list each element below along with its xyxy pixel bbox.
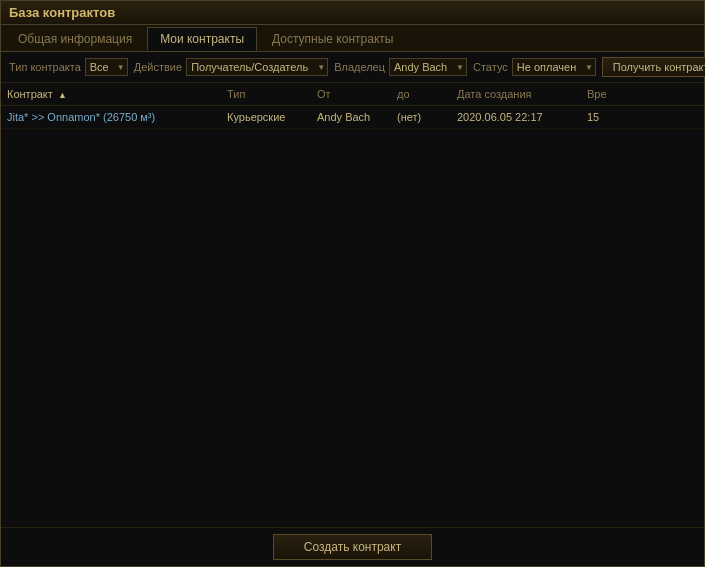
col-header-contract[interactable]: Контракт ▲ xyxy=(1,86,221,102)
tab-my-contracts[interactable]: Мои контракты xyxy=(147,27,257,51)
td-to: (нет) xyxy=(391,108,451,126)
filter-type-group: Тип контракта Все xyxy=(9,58,128,76)
main-window: База контрактов Общая информация Мои кон… xyxy=(0,0,705,567)
filter-owner-group: Владелец Andy Bach xyxy=(334,58,467,76)
sort-arrow-icon: ▲ xyxy=(58,90,67,100)
filter-action-group: Действие Получатель/Создатель xyxy=(134,58,328,76)
create-contract-button[interactable]: Создать контракт xyxy=(273,534,432,560)
get-contracts-button[interactable]: Получить контракты xyxy=(602,57,705,77)
td-from: Andy Bach xyxy=(311,108,391,126)
filters-row: Тип контракта Все Действие Получатель/Со… xyxy=(1,52,704,83)
filter-status-group: Статус Не оплачен xyxy=(473,58,596,76)
col-header-date[interactable]: Дата создания xyxy=(451,86,581,102)
window-title: База контрактов xyxy=(1,1,704,25)
filter-type-wrapper: Все xyxy=(85,58,128,76)
filter-owner-select[interactable]: Andy Bach xyxy=(389,58,467,76)
td-contract: Jita* >> Onnamon* (26750 м³) xyxy=(1,108,221,126)
filter-action-label: Действие xyxy=(134,61,182,73)
td-date: 2020.06.05 22:17 xyxy=(451,108,581,126)
col-header-time[interactable]: Вре xyxy=(581,86,621,102)
filter-type-label: Тип контракта xyxy=(9,61,81,73)
tabs-bar: Общая информация Мои контракты Доступные… xyxy=(1,25,704,52)
filter-action-select[interactable]: Получатель/Создатель xyxy=(186,58,328,76)
tab-available[interactable]: Доступные контракты xyxy=(259,27,406,51)
table-header: Контракт ▲ Тип От до Дата создания Вре xyxy=(1,83,704,106)
tab-general[interactable]: Общая информация xyxy=(5,27,145,51)
td-time: 15 xyxy=(581,108,621,126)
col-header-type[interactable]: Тип xyxy=(221,86,311,102)
table-row[interactable]: Jita* >> Onnamon* (26750 м³) Курьерские … xyxy=(1,106,704,129)
filter-owner-wrapper: Andy Bach xyxy=(389,58,467,76)
contracts-table: Контракт ▲ Тип От до Дата создания Вре J… xyxy=(1,83,704,527)
filter-status-wrapper: Не оплачен xyxy=(512,58,596,76)
col-header-to[interactable]: до xyxy=(391,86,451,102)
td-type: Курьерские xyxy=(221,108,311,126)
filter-owner-label: Владелец xyxy=(334,61,385,73)
col-header-from[interactable]: От xyxy=(311,86,391,102)
footer: Создать контракт xyxy=(1,527,704,566)
filter-action-wrapper: Получатель/Создатель xyxy=(186,58,328,76)
filter-status-select[interactable]: Не оплачен xyxy=(512,58,596,76)
filter-type-select[interactable]: Все xyxy=(85,58,128,76)
filter-status-label: Статус xyxy=(473,61,508,73)
table-body: Jita* >> Onnamon* (26750 м³) Курьерские … xyxy=(1,106,704,527)
